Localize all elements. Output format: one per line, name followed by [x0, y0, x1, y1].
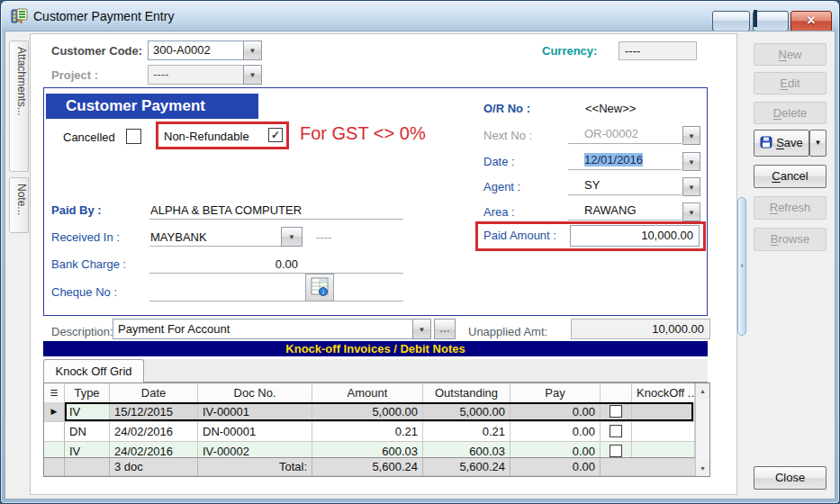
save-button[interactable]: Save: [754, 130, 809, 157]
description-ellipsis-button[interactable]: …: [434, 319, 456, 339]
cell-pay[interactable]: 0.00: [510, 422, 601, 442]
column-header-type[interactable]: Type: [65, 383, 110, 403]
description-field[interactable]: Payment For Account: [113, 319, 413, 339]
knockoff-grid[interactable]: ☰TypeDateDoc No.AmountOutstandingPayKnoc…: [43, 382, 710, 477]
cancelled-checkbox[interactable]: [126, 129, 141, 144]
title-bar[interactable]: Customer Payment Entry ×: [1, 1, 840, 31]
spreadsheet-icon: i: [310, 277, 330, 297]
date-field[interactable]: 12/01/2016: [568, 152, 682, 170]
next-no-field[interactable]: OR-00002: [568, 126, 682, 144]
received-in-value: MAYBANK: [149, 230, 207, 244]
customer-code-dropdown[interactable]: ▼: [243, 40, 262, 60]
delete-button[interactable]: Delete: [754, 102, 826, 124]
bank-charge-label: Bank Charge :: [51, 257, 126, 271]
next-no-dropdown[interactable]: ▼: [682, 126, 700, 145]
agent-field[interactable]: SY: [568, 177, 682, 195]
close-icon: ×: [791, 12, 831, 29]
cell-type[interactable]: IV: [65, 402, 110, 422]
new-button[interactable]: New: [754, 43, 826, 66]
scroll-up-icon[interactable]: ▲: [696, 383, 709, 399]
maximize-button[interactable]: [753, 11, 789, 32]
paid-amount-label: Paid Amount :: [483, 229, 556, 242]
cell-blank[interactable]: [632, 402, 695, 422]
area-label: Area :: [483, 205, 515, 219]
agent-dropdown[interactable]: ▼: [682, 177, 700, 196]
cancel-button[interactable]: Cancel: [754, 165, 826, 188]
column-header-pay[interactable]: Pay: [510, 383, 601, 403]
customer-code-field[interactable]: 300-A0002: [148, 40, 244, 60]
cell-outstanding[interactable]: 0.21: [423, 422, 510, 442]
column-header-checkbox[interactable]: [601, 383, 632, 403]
paid-by-underline: [149, 203, 403, 220]
column-header-amount[interactable]: Amount: [312, 383, 423, 403]
close-window-button[interactable]: ×: [790, 11, 832, 32]
footer-total-label: Total:: [198, 457, 312, 476]
received-in-field[interactable]: MAYBANK: [149, 230, 281, 247]
knockoff-checkbox[interactable]: [610, 425, 622, 437]
row-selected-indicator[interactable]: ▶: [44, 402, 65, 422]
footer-outstanding-total: 5,600.24: [423, 457, 510, 476]
minimize-button[interactable]: [712, 11, 750, 32]
bank-reconcile-button[interactable]: i: [305, 274, 334, 302]
description-label: Description:: [51, 325, 113, 338]
cell-date[interactable]: 15/12/2015: [110, 402, 198, 422]
browse-button[interactable]: Browse: [754, 228, 826, 251]
cheque-no-label: Cheque No :: [51, 285, 117, 299]
gst-annotation: For GST <> 0%: [300, 123, 426, 144]
tab-attachments[interactable]: Attachments...: [9, 40, 29, 172]
column-header-doc_no[interactable]: Doc No.: [198, 383, 312, 403]
footer-amount-total: 5,600.24: [312, 457, 423, 476]
cell-type[interactable]: DN: [65, 422, 110, 442]
received-in-label: Received In :: [51, 230, 120, 244]
date-dropdown[interactable]: ▼: [682, 152, 700, 171]
grid-menu-icon[interactable]: ☰: [44, 383, 65, 403]
window: Customer Payment Entry × Attachments... …: [0, 0, 840, 504]
tab-note[interactable]: Note...: [9, 177, 29, 233]
column-header-date[interactable]: Date: [110, 383, 198, 403]
knockoff-banner: Knock-off Invoices / Debit Notes: [43, 341, 708, 356]
cell-doc_no[interactable]: IV-00001: [198, 402, 312, 422]
scroll-down-icon[interactable]: ▼: [696, 461, 709, 476]
date-label: Date :: [483, 155, 515, 168]
column-header-blank[interactable]: KnockOff ...: [632, 383, 695, 403]
received-in-dropdown[interactable]: ▼: [281, 227, 303, 247]
paid-amount-field[interactable]: 10,000.00: [570, 225, 700, 247]
cell-date[interactable]: 24/02/2016: [110, 422, 198, 442]
area-field[interactable]: RAWANG: [568, 202, 682, 220]
project-field[interactable]: ----: [148, 65, 244, 85]
cell-blank[interactable]: [632, 422, 695, 442]
footer-pay-total: 0.00: [510, 457, 601, 476]
column-header-outstanding[interactable]: Outstanding: [423, 383, 510, 403]
chevron-right-icon: ›: [741, 261, 744, 270]
cell-amount[interactable]: 5,000.00: [312, 402, 423, 422]
cell-outstanding[interactable]: 5,000.00: [423, 402, 510, 422]
edit-button[interactable]: Edit: [754, 72, 826, 94]
cell-knockoff-checkbox[interactable]: [601, 402, 632, 422]
tab-knock-off-grid[interactable]: Knock Off Grid: [43, 359, 144, 382]
row-indicator[interactable]: [44, 422, 65, 442]
bank-charge-underline: [149, 257, 403, 274]
cell-pay[interactable]: 0.00: [510, 402, 601, 422]
refresh-button[interactable]: Refresh: [754, 196, 826, 220]
description-dropdown[interactable]: ▼: [412, 319, 431, 339]
save-split-dropdown[interactable]: ▼: [809, 130, 826, 157]
cell-knockoff-checkbox[interactable]: [601, 422, 632, 442]
or-no-label: O/R No :: [483, 102, 530, 115]
knockoff-checkbox[interactable]: [610, 405, 622, 418]
floppy-disk-icon: [760, 136, 772, 148]
knockoff-checkbox[interactable]: [610, 445, 622, 457]
grid-scrollbar[interactable]: ▲ ▼: [695, 383, 709, 476]
cell-amount[interactable]: 0.21: [312, 422, 423, 442]
window-title: Customer Payment Entry: [33, 9, 174, 23]
non-refundable-checkbox[interactable]: ✓: [268, 128, 283, 142]
cancelled-label: Cancelled: [63, 130, 115, 144]
grid-row[interactable]: DN24/02/2016DN-000010.210.210.00: [44, 422, 695, 442]
cell-doc_no[interactable]: DN-00001: [198, 422, 312, 442]
grid-row[interactable]: ▶IV15/12/2015IV-000015,000.005,000.000.0…: [44, 402, 695, 422]
panel-splitter[interactable]: ›: [737, 197, 746, 336]
close-button[interactable]: Close: [754, 466, 826, 490]
project-dropdown[interactable]: ▼: [243, 65, 262, 85]
area-dropdown[interactable]: ▼: [682, 202, 700, 221]
cheque-no-field[interactable]: [149, 285, 403, 302]
currency-label: Currency:: [542, 44, 597, 58]
